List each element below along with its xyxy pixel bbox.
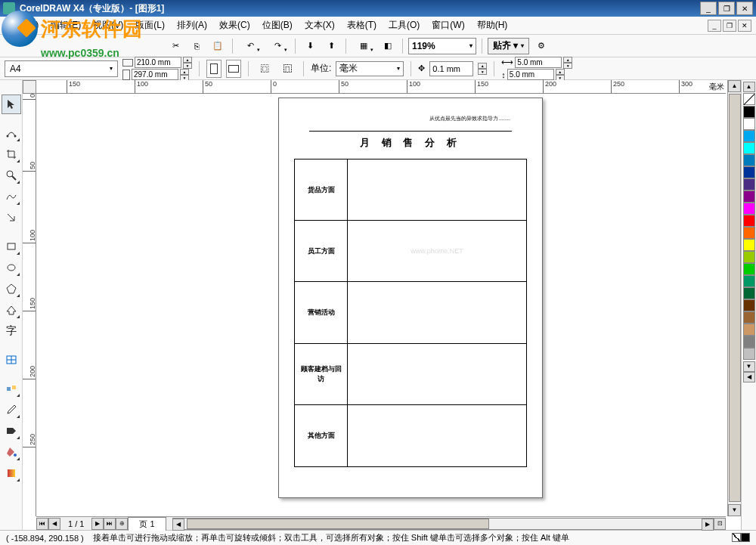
maximize-button[interactable]: ❐ [718, 2, 735, 15]
interactive-fill-tool[interactable] [2, 463, 21, 483]
first-page-button[interactable]: ⏮ [36, 518, 48, 530]
scroll-thumb-v[interactable] [729, 94, 741, 502]
menu-bitmaps[interactable]: 位图(B) [256, 17, 299, 33]
minimize-button[interactable]: _ [700, 2, 717, 15]
color-swatch[interactable] [743, 166, 755, 178]
menu-edit[interactable]: 编辑(E) [45, 17, 87, 33]
menu-layout[interactable]: 版面(L) [129, 17, 171, 33]
palette-flyout-button[interactable]: ◀ [743, 372, 755, 382]
add-page-button[interactable]: ⊕ [116, 518, 128, 530]
welcome-button[interactable]: ◧ [379, 37, 397, 55]
menu-tools[interactable]: 工具(O) [383, 17, 426, 33]
next-page-button[interactable]: ▶ [91, 518, 104, 530]
scroll-right-button[interactable]: ▶ [702, 519, 714, 531]
color-swatch[interactable] [743, 324, 755, 336]
export-button[interactable]: ⬆ [322, 37, 340, 55]
color-swatch[interactable] [743, 311, 755, 324]
ellipse-tool[interactable] [2, 258, 21, 277]
color-swatch[interactable] [743, 118, 755, 130]
undo-button[interactable]: ↶ [238, 37, 262, 55]
menu-window[interactable]: 窗口(W) [426, 17, 470, 33]
pick-tool[interactable] [2, 94, 21, 114]
color-swatch[interactable] [743, 336, 755, 348]
color-swatch[interactable] [743, 239, 755, 251]
no-color-swatch[interactable] [743, 93, 755, 105]
close-button[interactable]: ✕ [736, 2, 753, 15]
palette-down-button[interactable]: ▼ [743, 361, 755, 372]
width-spinner[interactable]: ▲▼ [183, 57, 192, 68]
rectangle-tool[interactable] [2, 237, 21, 256]
scroll-down-button[interactable]: ▼ [728, 504, 741, 516]
table-tool[interactable] [2, 350, 21, 370]
freehand-tool[interactable] [2, 187, 21, 206]
horizontal-scrollbar[interactable]: ◀ ▶ [172, 518, 714, 530]
color-swatch[interactable] [743, 215, 755, 227]
ruler-vertical[interactable]: 0 50 100 150 200 250 [23, 94, 36, 516]
menu-view[interactable]: 视图(V) [87, 17, 129, 33]
color-swatch[interactable] [743, 203, 755, 215]
crop-tool[interactable] [2, 144, 21, 164]
page-height-input[interactable] [132, 69, 178, 80]
fill-tool[interactable] [2, 442, 21, 462]
eyedropper-tool[interactable] [2, 400, 21, 420]
apply-current-page-button[interactable]: ⿵ [278, 60, 296, 78]
ruler-horizontal[interactable]: 150 100 50 0 50 100 150 200 250 300 毫米 [36, 80, 726, 94]
text-tool[interactable]: 字 [2, 321, 21, 341]
dup-y-input[interactable] [507, 69, 554, 80]
color-swatch[interactable] [743, 348, 755, 360]
snap-to-button[interactable]: 贴齐 ▾ [488, 38, 529, 54]
navigator-button[interactable]: ⊡ [714, 518, 726, 530]
drawing-viewport[interactable]: 从优点最先当的异效求指导力........ 月 销 售 分 析 货品方面 员工方… [36, 94, 726, 516]
app-launcher-button[interactable]: ▦ [352, 37, 376, 55]
polygon-tool[interactable] [2, 279, 21, 299]
portrait-button[interactable] [206, 60, 222, 78]
menu-file[interactable]: 文件(F) [3, 17, 45, 33]
basic-shapes-tool[interactable] [2, 300, 21, 320]
cut-button[interactable]: ✂ [166, 37, 184, 55]
apply-all-pages-button[interactable]: ⿴ [256, 60, 274, 78]
doc-restore-button[interactable]: ❐ [723, 20, 736, 32]
color-swatch[interactable] [743, 130, 755, 142]
color-swatch[interactable] [743, 287, 755, 299]
units-combo[interactable]: 毫米 [336, 61, 404, 76]
zoom-combo[interactable]: 119% [408, 38, 476, 54]
nudge-distance-input[interactable] [429, 61, 473, 76]
copy-button[interactable]: ⎘ [187, 37, 206, 55]
page-width-input[interactable] [135, 57, 181, 68]
color-swatch[interactable] [743, 263, 755, 275]
scroll-up-button[interactable]: ▲ [728, 80, 741, 92]
outline-tool[interactable] [2, 421, 21, 441]
color-swatch[interactable] [743, 227, 755, 239]
fill-outline-indicator[interactable] [732, 533, 750, 543]
doc-close-button[interactable]: ✕ [738, 20, 751, 32]
menu-text[interactable]: 文本(X) [299, 17, 341, 33]
prev-page-button[interactable]: ◀ [48, 518, 60, 530]
menu-table[interactable]: 表格(T) [341, 17, 383, 33]
menu-help[interactable]: 帮助(H) [471, 17, 514, 33]
menu-effects[interactable]: 效果(C) [213, 17, 256, 33]
ruler-origin[interactable] [23, 80, 36, 94]
color-swatch[interactable] [743, 106, 755, 118]
color-swatch[interactable] [743, 142, 755, 154]
color-swatch[interactable] [743, 251, 755, 263]
options-button[interactable]: ⚙ [532, 37, 550, 55]
color-swatch[interactable] [743, 154, 755, 166]
scroll-left-button[interactable]: ◀ [172, 519, 184, 531]
vertical-scrollbar[interactable]: ▲ ▼ [727, 80, 741, 516]
page-tab[interactable]: 页 1 [128, 517, 166, 531]
color-swatch[interactable] [743, 178, 755, 190]
smart-drawing-tool[interactable] [2, 208, 21, 228]
color-swatch[interactable] [743, 190, 755, 203]
interactive-blend-tool[interactable] [2, 379, 21, 398]
doc-minimize-button[interactable]: _ [708, 20, 721, 32]
height-spinner[interactable]: ▲▼ [180, 69, 189, 80]
zoom-tool[interactable] [2, 166, 21, 185]
color-swatch[interactable] [743, 275, 755, 287]
menu-arrange[interactable]: 排列(A) [171, 17, 213, 33]
paste-button[interactable]: 📋 [209, 37, 227, 55]
page-size-combo[interactable]: A4 [5, 60, 118, 77]
shape-tool[interactable] [2, 123, 21, 143]
redo-button[interactable]: ↷ [265, 37, 290, 55]
nudge-spinner[interactable]: ▲▼ [478, 63, 487, 74]
scroll-thumb-h[interactable] [187, 519, 489, 529]
